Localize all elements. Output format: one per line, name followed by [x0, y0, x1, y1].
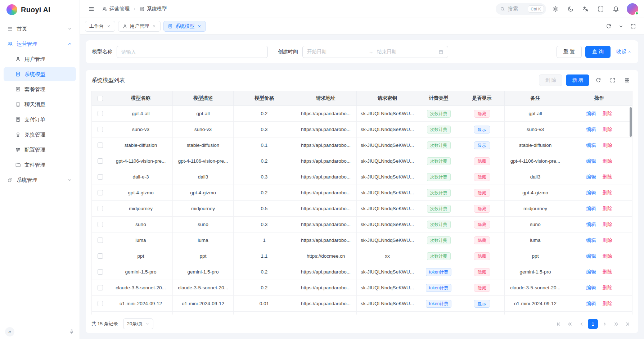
language-translate-icon[interactable] [580, 3, 591, 15]
global-search[interactable]: 搜索 Ctrl K [496, 3, 546, 15]
notifications-bell-icon[interactable] [610, 3, 622, 15]
edit-link[interactable]: 编辑 [586, 127, 596, 132]
delete-link[interactable]: 删除 [602, 269, 612, 275]
delete-link[interactable]: 删除 [602, 174, 612, 180]
edit-link[interactable]: 编辑 [586, 269, 596, 275]
sidebar-item-home[interactable]: 首页 [4, 22, 76, 36]
tab-user-management[interactable]: 用户管理 [118, 21, 161, 32]
row-checkbox[interactable] [98, 127, 103, 132]
delete-link[interactable]: 删除 [602, 301, 612, 306]
sidebar-item-system-models[interactable]: 系统模型 [4, 67, 76, 81]
close-icon[interactable] [152, 24, 156, 28]
reset-button[interactable]: 重 置 [557, 46, 582, 58]
hamburger-menu-icon[interactable] [86, 3, 97, 15]
page-size-select[interactable]: 20条/页 [123, 318, 153, 329]
row-checkbox[interactable] [98, 111, 103, 116]
edit-link[interactable]: 编辑 [586, 174, 596, 180]
user-avatar[interactable] [627, 3, 638, 15]
sidebar-item-package-management[interactable]: 套餐管理 [4, 82, 76, 96]
row-checkbox[interactable] [98, 158, 103, 164]
cell-request-key: sk-JIUQLNndqSeKWU... [357, 232, 418, 248]
delete-link[interactable]: 删除 [602, 190, 612, 195]
delete-link[interactable]: 删除 [602, 111, 612, 116]
row-checkbox[interactable] [98, 269, 103, 275]
pin-icon[interactable] [69, 329, 75, 335]
cell-model-desc: suno [173, 217, 234, 232]
edit-link[interactable]: 编辑 [586, 222, 596, 227]
next-5-pages-button[interactable] [611, 319, 621, 329]
tab-workbench[interactable]: 工作台 [85, 21, 115, 32]
breadcrumb-item-operations[interactable]: 运营管理 [102, 6, 130, 12]
prev-5-pages-button[interactable] [565, 319, 575, 329]
column-settings-icon[interactable] [622, 75, 632, 86]
query-button[interactable]: 查 询 [585, 46, 611, 58]
table-scrollbar-thumb[interactable] [630, 107, 632, 137]
delete-link[interactable]: 删除 [602, 253, 612, 259]
delete-link[interactable]: 删除 [602, 222, 612, 227]
breadcrumb-item-system-models[interactable]: 系统模型 [140, 6, 167, 12]
delete-link[interactable]: 删除 [602, 127, 612, 132]
edit-link[interactable]: 编辑 [586, 301, 596, 306]
select-all-checkbox[interactable] [98, 96, 103, 101]
cell-model-desc: dall3 [173, 169, 234, 185]
edit-link[interactable]: 编辑 [586, 158, 596, 164]
refresh-icon[interactable] [603, 21, 614, 32]
edit-link[interactable]: 编辑 [586, 190, 596, 195]
settings-gear-icon[interactable] [550, 3, 561, 15]
row-checkbox[interactable] [98, 143, 103, 148]
refresh-icon[interactable] [593, 75, 604, 86]
cell-request-url: https://api.pandarobo... [295, 169, 357, 185]
row-checkbox[interactable] [98, 206, 103, 211]
collapse-filter-link[interactable]: 收起 [616, 49, 632, 55]
cell-request-key: sk-JIUQLNndqSeKWU... [357, 185, 418, 201]
batch-delete-button[interactable]: 删 除 [539, 74, 562, 86]
cell-billing-type: token计费 [418, 264, 459, 280]
last-page-button[interactable] [622, 319, 632, 329]
delete-link[interactable]: 删除 [602, 206, 612, 211]
sidebar-item-user-management[interactable]: 用户管理 [4, 52, 76, 66]
delete-link[interactable]: 删除 [602, 143, 612, 148]
sidebar-item-payment-orders[interactable]: 支付订单 [4, 112, 76, 127]
row-checkbox[interactable] [98, 238, 103, 243]
fullscreen-icon[interactable] [595, 3, 607, 15]
sidebar-item-operations[interactable]: 运营管理 [4, 37, 76, 51]
add-button[interactable]: 新 增 [566, 74, 589, 86]
table-row: dall-e-3 dall3 0.3 https://api.pandarobo… [92, 169, 632, 185]
fullscreen-icon[interactable] [607, 75, 618, 86]
edit-link[interactable]: 编辑 [586, 285, 596, 290]
delete-link[interactable]: 删除 [602, 158, 612, 164]
close-icon[interactable] [107, 24, 111, 28]
current-page-button[interactable]: 1 [588, 319, 598, 329]
row-checkbox[interactable] [98, 253, 103, 259]
sidebar-collapse-button[interactable]: « [5, 327, 14, 336]
dark-mode-moon-icon[interactable] [565, 3, 576, 15]
row-checkbox[interactable] [98, 174, 103, 180]
sidebar-item-system-management[interactable]: 系统管理 [4, 173, 76, 187]
sidebar-item-config-management[interactable]: 配置管理 [4, 143, 76, 157]
close-icon[interactable] [197, 24, 202, 28]
sidebar-item-chat-messages[interactable]: 聊天消息 [4, 97, 76, 112]
row-checkbox[interactable] [98, 190, 103, 195]
document-icon [168, 24, 173, 29]
row-checkbox[interactable] [98, 222, 103, 227]
next-page-button[interactable] [599, 319, 609, 329]
date-range-picker[interactable]: 开始日期 → 结束日期 [302, 46, 448, 58]
delete-link[interactable]: 删除 [602, 238, 612, 243]
chevron-down-icon[interactable] [615, 21, 627, 32]
first-page-button[interactable] [553, 319, 563, 329]
cell-model-desc: gemini-1.5-pro [173, 264, 234, 280]
prev-page-button[interactable] [576, 319, 586, 329]
maximize-content-icon[interactable] [627, 21, 639, 32]
delete-link[interactable]: 删除 [602, 285, 612, 290]
row-checkbox[interactable] [98, 285, 103, 290]
edit-link[interactable]: 编辑 [586, 143, 596, 148]
edit-link[interactable]: 编辑 [586, 253, 596, 259]
tab-system-models[interactable]: 系统模型 [163, 21, 206, 32]
edit-link[interactable]: 编辑 [586, 238, 596, 243]
sidebar-item-exchange-management[interactable]: 兑换管理 [4, 127, 76, 142]
model-name-input[interactable] [117, 46, 268, 58]
edit-link[interactable]: 编辑 [586, 111, 596, 116]
edit-link[interactable]: 编辑 [586, 206, 596, 211]
sidebar-item-file-management[interactable]: 文件管理 [4, 158, 76, 172]
row-checkbox[interactable] [98, 301, 103, 306]
